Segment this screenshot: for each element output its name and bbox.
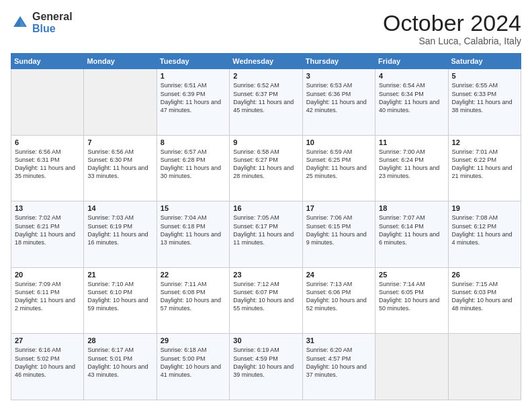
cell-content: Sunrise: 6:19 AM Sunset: 4:59 PM Dayligh…: [233, 346, 298, 379]
logo-blue: Blue: [32, 23, 73, 35]
cell-content: Sunrise: 6:18 AM Sunset: 5:00 PM Dayligh…: [161, 346, 226, 379]
calendar-cell: 29Sunrise: 6:18 AM Sunset: 5:00 PM Dayli…: [157, 334, 229, 400]
calendar-cell: 5Sunrise: 6:55 AM Sunset: 6:33 PM Daylig…: [448, 69, 521, 136]
calendar-cell: [84, 69, 157, 136]
day-number: 7: [87, 138, 152, 146]
logo-icon: [11, 13, 30, 32]
day-number: 6: [15, 138, 80, 146]
header-day-tuesday: Tuesday: [157, 54, 229, 69]
calendar-cell: 18Sunrise: 7:07 AM Sunset: 6:14 PM Dayli…: [375, 201, 448, 268]
cell-content: Sunrise: 7:06 AM Sunset: 6:15 PM Dayligh…: [306, 214, 371, 246]
cell-content: Sunrise: 6:57 AM Sunset: 6:28 PM Dayligh…: [161, 148, 226, 181]
cell-content: Sunrise: 6:16 AM Sunset: 5:02 PM Dayligh…: [15, 346, 80, 379]
day-number: 1: [161, 72, 226, 80]
day-number: 14: [87, 204, 152, 212]
cell-content: Sunrise: 7:10 AM Sunset: 6:10 PM Dayligh…: [87, 280, 152, 313]
calendar-cell: 15Sunrise: 7:04 AM Sunset: 6:18 PM Dayli…: [157, 201, 229, 268]
cell-content: Sunrise: 6:56 AM Sunset: 6:30 PM Dayligh…: [87, 148, 152, 181]
logo: General Blue: [11, 11, 73, 34]
calendar-cell: 2Sunrise: 6:52 AM Sunset: 6:37 PM Daylig…: [230, 69, 302, 136]
cell-content: Sunrise: 6:51 AM Sunset: 6:39 PM Dayligh…: [161, 81, 226, 114]
cell-content: Sunrise: 7:08 AM Sunset: 6:12 PM Dayligh…: [452, 214, 517, 246]
header-day-saturday: Saturday: [448, 54, 521, 69]
week-row-4: 27Sunrise: 6:16 AM Sunset: 5:02 PM Dayli…: [11, 334, 521, 400]
cell-content: Sunrise: 6:53 AM Sunset: 6:36 PM Dayligh…: [306, 81, 371, 114]
cell-content: Sunrise: 7:04 AM Sunset: 6:18 PM Dayligh…: [161, 214, 226, 246]
location-subtitle: San Luca, Calabria, Italy: [383, 36, 521, 46]
day-number: 27: [15, 336, 80, 345]
cell-content: Sunrise: 7:11 AM Sunset: 6:08 PM Dayligh…: [161, 280, 226, 313]
month-title: October 2024: [383, 11, 521, 36]
header-row: SundayMondayTuesdayWednesdayThursdayFrid…: [11, 54, 521, 69]
header-day-monday: Monday: [84, 54, 157, 69]
logo-general: General: [32, 11, 73, 23]
cell-content: Sunrise: 7:02 AM Sunset: 6:21 PM Dayligh…: [15, 214, 80, 246]
cell-content: Sunrise: 7:14 AM Sunset: 6:05 PM Dayligh…: [379, 280, 444, 313]
calendar-body: 1Sunrise: 6:51 AM Sunset: 6:39 PM Daylig…: [11, 69, 521, 400]
calendar-cell: 24Sunrise: 7:13 AM Sunset: 6:06 PM Dayli…: [302, 267, 375, 334]
calendar-cell: 1Sunrise: 6:51 AM Sunset: 6:39 PM Daylig…: [157, 69, 229, 136]
day-number: 19: [452, 204, 517, 212]
cell-content: Sunrise: 6:59 AM Sunset: 6:25 PM Dayligh…: [306, 148, 371, 181]
calendar-cell: 30Sunrise: 6:19 AM Sunset: 4:59 PM Dayli…: [230, 334, 302, 400]
week-row-0: 1Sunrise: 6:51 AM Sunset: 6:39 PM Daylig…: [11, 69, 521, 136]
calendar-cell: 16Sunrise: 7:05 AM Sunset: 6:17 PM Dayli…: [230, 201, 302, 268]
day-number: 20: [15, 271, 80, 279]
day-number: 21: [87, 271, 152, 279]
week-row-1: 6Sunrise: 6:56 AM Sunset: 6:31 PM Daylig…: [11, 135, 521, 201]
day-number: 3: [306, 72, 371, 80]
day-number: 13: [15, 204, 80, 212]
cell-content: Sunrise: 7:09 AM Sunset: 6:11 PM Dayligh…: [15, 280, 80, 313]
day-number: 30: [233, 336, 298, 345]
day-number: 26: [452, 271, 517, 279]
day-number: 25: [379, 271, 444, 279]
calendar-cell: 7Sunrise: 6:56 AM Sunset: 6:30 PM Daylig…: [84, 135, 157, 201]
calendar-cell: 27Sunrise: 6:16 AM Sunset: 5:02 PM Dayli…: [11, 334, 84, 400]
title-block: October 2024 San Luca, Calabria, Italy: [383, 11, 521, 46]
calendar-cell: [448, 334, 521, 400]
calendar-cell: 8Sunrise: 6:57 AM Sunset: 6:28 PM Daylig…: [157, 135, 229, 201]
calendar-cell: 20Sunrise: 7:09 AM Sunset: 6:11 PM Dayli…: [11, 267, 84, 334]
day-number: 10: [306, 138, 371, 146]
calendar-cell: [11, 69, 84, 136]
week-row-2: 13Sunrise: 7:02 AM Sunset: 6:21 PM Dayli…: [11, 201, 521, 268]
day-number: 23: [233, 271, 298, 279]
day-number: 28: [87, 336, 152, 345]
calendar-cell: 21Sunrise: 7:10 AM Sunset: 6:10 PM Dayli…: [84, 267, 157, 334]
day-number: 29: [161, 336, 226, 345]
cell-content: Sunrise: 6:56 AM Sunset: 6:31 PM Dayligh…: [15, 148, 80, 181]
calendar-cell: 25Sunrise: 7:14 AM Sunset: 6:05 PM Dayli…: [375, 267, 448, 334]
day-number: 5: [452, 72, 517, 80]
cell-content: Sunrise: 7:03 AM Sunset: 6:19 PM Dayligh…: [87, 214, 152, 246]
calendar-cell: [375, 334, 448, 400]
calendar-cell: 22Sunrise: 7:11 AM Sunset: 6:08 PM Dayli…: [157, 267, 229, 334]
calendar-cell: 28Sunrise: 6:17 AM Sunset: 5:01 PM Dayli…: [84, 334, 157, 400]
calendar-cell: 4Sunrise: 6:54 AM Sunset: 6:34 PM Daylig…: [375, 69, 448, 136]
day-number: 16: [233, 204, 298, 212]
cell-content: Sunrise: 6:55 AM Sunset: 6:33 PM Dayligh…: [452, 81, 517, 114]
calendar-cell: 10Sunrise: 6:59 AM Sunset: 6:25 PM Dayli…: [302, 135, 375, 201]
header-day-thursday: Thursday: [302, 54, 375, 69]
cell-content: Sunrise: 6:17 AM Sunset: 5:01 PM Dayligh…: [87, 346, 152, 379]
header-day-friday: Friday: [375, 54, 448, 69]
day-number: 15: [161, 204, 226, 212]
logo-text: General Blue: [32, 11, 73, 34]
cell-content: Sunrise: 7:01 AM Sunset: 6:22 PM Dayligh…: [452, 148, 517, 181]
calendar-header: SundayMondayTuesdayWednesdayThursdayFrid…: [11, 54, 521, 69]
day-number: 2: [233, 72, 298, 80]
cell-content: Sunrise: 6:52 AM Sunset: 6:37 PM Dayligh…: [233, 81, 298, 114]
calendar-cell: 17Sunrise: 7:06 AM Sunset: 6:15 PM Dayli…: [302, 201, 375, 268]
cell-content: Sunrise: 7:00 AM Sunset: 6:24 PM Dayligh…: [379, 148, 444, 181]
calendar-cell: 31Sunrise: 6:20 AM Sunset: 4:57 PM Dayli…: [302, 334, 375, 400]
calendar-cell: 12Sunrise: 7:01 AM Sunset: 6:22 PM Dayli…: [448, 135, 521, 201]
cell-content: Sunrise: 7:05 AM Sunset: 6:17 PM Dayligh…: [233, 214, 298, 246]
day-number: 31: [306, 336, 371, 345]
cell-content: Sunrise: 6:20 AM Sunset: 4:57 PM Dayligh…: [306, 346, 371, 379]
day-number: 8: [161, 138, 226, 146]
day-number: 12: [452, 138, 517, 146]
calendar-cell: 26Sunrise: 7:15 AM Sunset: 6:03 PM Dayli…: [448, 267, 521, 334]
day-number: 4: [379, 72, 444, 80]
cell-content: Sunrise: 6:54 AM Sunset: 6:34 PM Dayligh…: [379, 81, 444, 114]
cell-content: Sunrise: 7:15 AM Sunset: 6:03 PM Dayligh…: [452, 280, 517, 313]
calendar-cell: 13Sunrise: 7:02 AM Sunset: 6:21 PM Dayli…: [11, 201, 84, 268]
